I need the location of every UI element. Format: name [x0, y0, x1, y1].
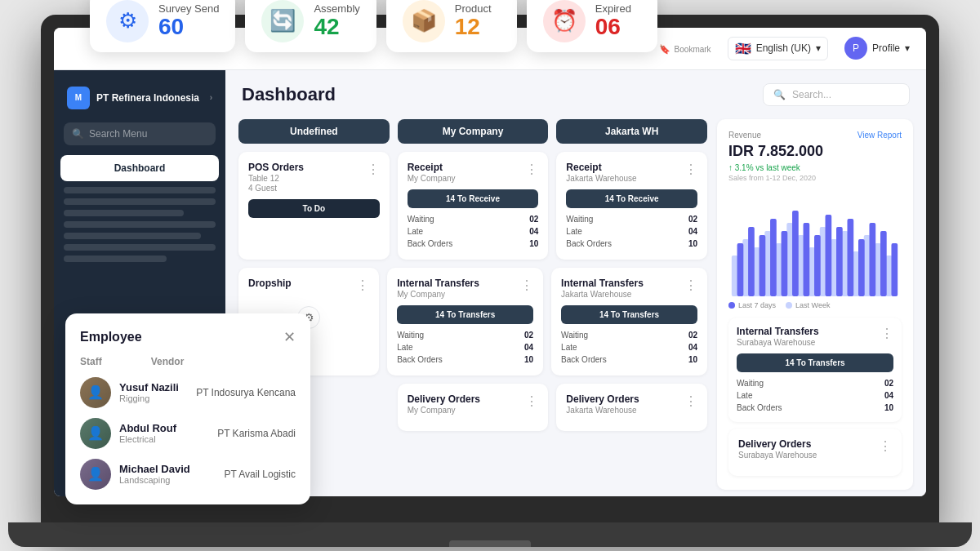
- transfers-mc-button[interactable]: 14 To Transfers: [397, 305, 533, 324]
- stat-card-product: 📦 Product 12: [386, 0, 517, 52]
- delivery-mc-dots[interactable]: ⋮: [525, 393, 538, 409]
- chart-legend: Last 7 days Last Week: [728, 301, 902, 309]
- vendor-col-label: Vendor: [151, 356, 185, 367]
- surabaya-section: Internal Transfers Surabaya Warehouse ⋮ …: [728, 318, 902, 476]
- receipt-mc-title: Receipt: [408, 162, 456, 173]
- sidebar-search-field[interactable]: 🔍 Search Menu: [64, 122, 216, 145]
- col-header-jakartawh: Jakarta WH: [556, 119, 707, 144]
- emp-name-1: Yusuf Nazili: [119, 381, 188, 393]
- pos-todo-button[interactable]: To Do: [248, 199, 380, 218]
- laptop-base: [8, 522, 972, 547]
- expired-label: Expired: [595, 2, 631, 15]
- transfers-sby-button[interactable]: 14 To Transfers: [737, 353, 893, 372]
- search-placeholder: Search...: [792, 89, 831, 100]
- svg-rect-20: [792, 211, 799, 296]
- receipt-mc-dots[interactable]: ⋮: [525, 162, 538, 177]
- delivery-surabaya-card: Delivery Orders Surabaya Warehouse ⋮: [728, 429, 902, 476]
- revenue-period: Sales from 1-12 Dec, 2020: [728, 174, 823, 182]
- view-report-link[interactable]: View Report: [858, 131, 902, 140]
- transfers-jkt-button[interactable]: 14 To Transfers: [561, 305, 697, 324]
- laptop-container: ⚙ Survey Send 60 🔄 Assembly 42 📦 Product…: [41, 15, 939, 537]
- svg-rect-15: [737, 243, 744, 296]
- pos-table: Table 12: [248, 174, 304, 183]
- sidebar-bar-3: [64, 210, 184, 216]
- emp-name-3: Michael David: [119, 463, 216, 475]
- transfers-jkt-dots[interactable]: ⋮: [684, 278, 697, 293]
- svg-rect-6: [798, 235, 804, 296]
- sidebar-bar-5: [64, 233, 201, 239]
- popup-close-button[interactable]: ✕: [283, 328, 296, 346]
- revenue-change: ↑ 3.1% vs last week: [728, 163, 823, 172]
- svg-rect-28: [880, 231, 887, 296]
- pos-menu-dots[interactable]: ⋮: [367, 162, 380, 177]
- search-icon: 🔍: [773, 89, 786, 100]
- svg-rect-18: [770, 219, 777, 296]
- stat-cards-row: ⚙ Survey Send 60 🔄 Assembly 42 📦 Product…: [41, 0, 939, 52]
- survey-label: Survey Send: [158, 2, 219, 15]
- survey-value: 60: [158, 15, 219, 40]
- revenue-label: Revenue: [728, 131, 823, 140]
- staff-col-label: Staff: [80, 356, 102, 367]
- pos-orders-card: POS Orders Table 12 4 Guest ⋮ To Do: [238, 152, 390, 260]
- receipt-jkt-dots[interactable]: ⋮: [684, 162, 697, 177]
- revenue-chart: [728, 198, 902, 296]
- column-headers: Undefined My Company Jakarta WH: [238, 119, 707, 144]
- laptop-notch: [449, 540, 531, 547]
- svg-rect-24: [836, 227, 843, 296]
- delivery-jkt-dots[interactable]: ⋮: [684, 393, 697, 409]
- emp-role-3: Landscaping: [119, 475, 216, 485]
- receipt-jkt-title: Receipt: [566, 162, 636, 173]
- sidebar-item-dashboard[interactable]: Dashboard: [60, 155, 219, 181]
- receipt-mc-receive-button[interactable]: 14 To Receive: [408, 189, 539, 208]
- search-icon: 🔍: [72, 128, 84, 140]
- page-title: Dashboard: [242, 84, 336, 105]
- svg-rect-12: [864, 235, 871, 296]
- receipt-jakarta-card: Receipt Jakarta Warehouse ⋮ 14 To Receiv…: [556, 152, 707, 260]
- employee-avatar-3: 👤: [80, 459, 111, 490]
- svg-rect-17: [760, 235, 766, 296]
- product-icon: 📦: [403, 0, 445, 42]
- emp-vendor-1: PT Indosurya Kencana: [196, 387, 296, 398]
- svg-rect-11: [853, 251, 859, 296]
- svg-rect-7: [808, 247, 815, 296]
- sidebar-bar-6: [64, 244, 216, 251]
- content-header: Dashboard 🔍 Search...: [225, 70, 926, 113]
- delivery-sby-dots[interactable]: ⋮: [879, 438, 892, 454]
- delivery-jakarta-card: Delivery Orders Jakarta Warehouse ⋮: [556, 384, 707, 431]
- svg-rect-25: [848, 219, 854, 296]
- svg-rect-3: [764, 231, 771, 296]
- svg-rect-26: [858, 239, 865, 296]
- product-label: Product: [455, 2, 492, 15]
- employee-list: 👤 Yusuf Nazili Rigging PT Indosurya Kenc…: [80, 377, 296, 490]
- svg-rect-2: [754, 247, 760, 296]
- pos-guests: 4 Guest: [248, 184, 304, 193]
- expired-value: 06: [595, 15, 631, 40]
- stat-card-assembly: 🔄 Assembly 42: [245, 0, 376, 52]
- pos-title: POS Orders: [248, 162, 304, 173]
- assembly-label: Assembly: [314, 2, 359, 15]
- emp-name-2: Abdul Rouf: [119, 422, 209, 434]
- company-chevron-icon: ›: [210, 93, 212, 102]
- receipt-jkt-sub: Jakarta Warehouse: [566, 174, 636, 183]
- transfers-mc-dots[interactable]: ⋮: [520, 278, 533, 293]
- stat-card-survey: ⚙ Survey Send 60: [90, 0, 235, 52]
- employee-popup: Employee ✕ Staff Vendor 👤 Yusuf Nazili R…: [65, 313, 310, 504]
- assembly-value: 42: [314, 15, 359, 40]
- col-header-undefined: Undefined: [238, 119, 390, 144]
- emp-vendor-2: PT Karisma Abadi: [217, 428, 296, 439]
- transfers-sby-dots[interactable]: ⋮: [880, 326, 893, 341]
- svg-rect-22: [814, 235, 821, 296]
- svg-rect-4: [776, 243, 782, 296]
- company-name: PT Refinera Indonesia: [96, 92, 199, 104]
- transfers-mc-card: Internal Transfers My Company ⋮ 14 To Tr…: [387, 268, 543, 375]
- svg-rect-0: [732, 256, 738, 296]
- receipt-jkt-receive-button[interactable]: 14 To Receive: [566, 189, 697, 208]
- svg-rect-29: [891, 243, 898, 296]
- stat-card-expired: ⏰ Expired 06: [527, 0, 657, 52]
- dropship-dots[interactable]: ⋮: [356, 278, 369, 293]
- svg-rect-16: [748, 227, 755, 296]
- header-search[interactable]: 🔍 Search...: [763, 83, 910, 106]
- svg-rect-13: [875, 243, 881, 296]
- emp-role-2: Electrical: [119, 434, 209, 444]
- sidebar-bar-2: [64, 198, 216, 205]
